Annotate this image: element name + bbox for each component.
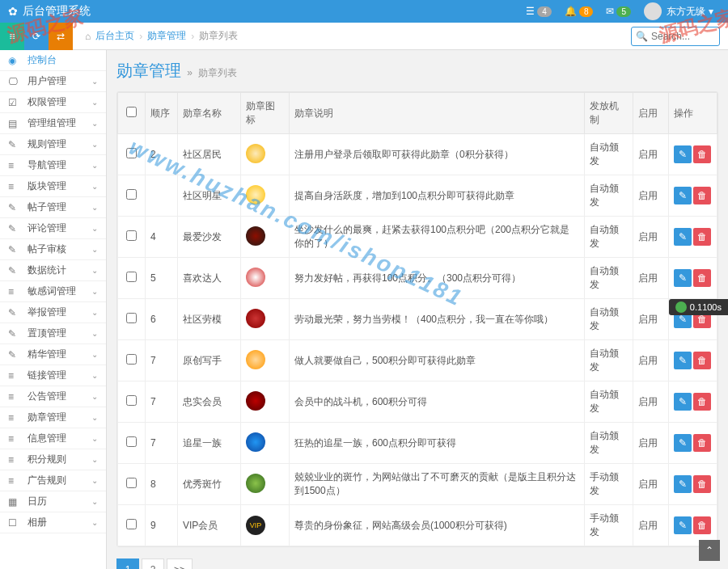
page-next-button[interactable]: >> <box>167 558 193 569</box>
sidebar-item-16[interactable]: ≡公告管理⌄ <box>0 386 106 407</box>
cell-enable: 启用 <box>633 134 669 175</box>
delete-button[interactable]: 🗑 <box>693 434 711 452</box>
edit-button[interactable]: ✎ <box>674 187 692 204</box>
sidebar-icon: ✎ <box>8 328 21 339</box>
sidebar-item-7[interactable]: ✎帖子管理⌄ <box>0 197 106 218</box>
delete-button[interactable]: 🗑 <box>693 269 711 287</box>
delete-button[interactable]: 🗑 <box>693 228 711 246</box>
sidebar-icon: ▤ <box>8 118 21 129</box>
cell-enable: 启用 <box>633 299 669 340</box>
cell-name: 追星一族 <box>178 423 241 464</box>
row-checkbox[interactable] <box>126 189 137 200</box>
page-1-button[interactable]: 1 <box>116 558 139 569</box>
row-checkbox[interactable] <box>126 272 137 282</box>
cell-desc: 注册用户登录后领取即可获得此勋章（0积分获得） <box>290 134 585 175</box>
delete-button[interactable]: 🗑 <box>693 393 711 411</box>
breadcrumb-mid[interactable]: 勋章管理 <box>147 29 186 43</box>
sidebar-item-5[interactable]: ≡导航管理⌄ <box>0 155 106 176</box>
avatar <box>644 2 662 20</box>
trash-icon: 🗑 <box>697 437 707 449</box>
edit-button[interactable]: ✎ <box>674 145 692 163</box>
row-checkbox[interactable] <box>126 230 137 241</box>
chevron-down-icon: ⌄ <box>91 308 98 317</box>
sidebar-item-20[interactable]: ≡广告规则⌄ <box>0 470 106 491</box>
cell-desc: 尊贵的身份象征，网站高级会员(1000积分可获得) <box>290 505 585 546</box>
sidebar-item-14[interactable]: ✎精华管理⌄ <box>0 344 106 365</box>
sidebar-item-3[interactable]: ▤管理组管理⌄ <box>0 113 106 134</box>
edit-button[interactable]: ✎ <box>674 228 692 246</box>
edit-button[interactable]: ✎ <box>674 516 692 534</box>
row-checkbox[interactable] <box>126 519 137 529</box>
sidebar-item-19[interactable]: ≡积分规则⌄ <box>0 449 106 470</box>
menu-toggle-button[interactable]: ≡ <box>0 23 24 50</box>
sidebar-item-6[interactable]: ≡版块管理⌄ <box>0 176 106 197</box>
notif-bell[interactable]: 🔔 8 <box>558 0 600 23</box>
sidebar-item-17[interactable]: ≡勋章管理⌄ <box>0 407 106 428</box>
sidebar-item-9[interactable]: ✎帖子审核⌄ <box>0 239 106 260</box>
badge-icon <box>246 226 265 246</box>
delete-button[interactable]: 🗑 <box>693 516 711 534</box>
sidebar-item-1[interactable]: 🖵用户管理⌄ <box>0 71 106 92</box>
trash-icon: 🗑 <box>697 520 707 531</box>
notif-list[interactable]: ☰ 4 <box>519 0 558 23</box>
chevron-down-icon: ⌄ <box>91 203 98 212</box>
list-icon: ☰ <box>526 6 535 17</box>
sidebar-item-4[interactable]: ✎规则管理⌄ <box>0 134 106 155</box>
breadcrumb: ⌂ 后台主页 › 勋章管理 › 勋章列表 <box>85 29 238 43</box>
cell-icon <box>241 217 290 258</box>
sidebar-item-21[interactable]: ▦日历⌄ <box>0 491 106 512</box>
sidebar-item-22[interactable]: ☐相册⌄ <box>0 512 106 533</box>
row-checkbox[interactable] <box>126 478 137 488</box>
breadcrumb-home[interactable]: 后台主页 <box>95 29 134 43</box>
edit-button[interactable]: ✎ <box>674 393 692 411</box>
bell-icon: 🔔 <box>565 6 577 17</box>
edit-icon: ✎ <box>679 396 687 407</box>
sidebar-item-18[interactable]: ≡信息管理⌄ <box>0 428 106 449</box>
sidebar-item-10[interactable]: ✎数据统计⌄ <box>0 260 106 281</box>
breadcrumb-sep: › <box>191 31 194 42</box>
sidebar-icon: ✎ <box>8 265 21 276</box>
chevron-down-icon: ⌄ <box>91 119 98 128</box>
edit-button[interactable]: ✎ <box>674 352 692 369</box>
delete-button[interactable]: 🗑 <box>693 352 711 369</box>
sidebar-item-13[interactable]: ✎置顶管理⌄ <box>0 323 106 344</box>
sidebar-item-15[interactable]: ≡链接管理⌄ <box>0 365 106 386</box>
sidebar-item-label: 信息管理 <box>28 432 91 445</box>
user-menu[interactable]: 东方无缘 ▾ <box>637 0 720 23</box>
row-checkbox[interactable] <box>126 395 137 406</box>
sidebar-icon: ✎ <box>8 244 21 255</box>
cell-order: 7 <box>146 423 178 464</box>
cell-name: 优秀斑竹 <box>178 464 241 505</box>
delete-button[interactable]: 🗑 <box>693 187 711 204</box>
notif-mail-count: 5 <box>616 6 631 17</box>
edit-button[interactable]: ✎ <box>674 475 692 493</box>
page-2-button[interactable]: 2 <box>142 558 164 569</box>
edit-button[interactable]: ✎ <box>674 269 692 287</box>
chevron-down-icon: ⌄ <box>91 329 98 338</box>
row-checkbox[interactable] <box>126 313 137 323</box>
chevron-down-icon: ⌄ <box>91 392 98 401</box>
row-checkbox[interactable] <box>126 354 137 365</box>
row-checkbox[interactable] <box>126 436 137 447</box>
delete-button[interactable]: 🗑 <box>693 475 711 493</box>
refresh-button[interactable]: ⟳ <box>24 23 49 50</box>
sidebar-item-11[interactable]: ≡敏感词管理⌄ <box>0 281 106 302</box>
sidebar-item-8[interactable]: ✎评论管理⌄ <box>0 218 106 239</box>
trash-icon: 🗑 <box>697 190 707 201</box>
sidebar-item-0[interactable]: ◉控制台 <box>0 50 106 71</box>
edit-button[interactable]: ✎ <box>674 434 692 452</box>
settings-button[interactable]: ⇄ <box>49 23 73 50</box>
sidebar-icon: ✎ <box>8 223 21 234</box>
sidebar-icon: ◉ <box>8 55 21 66</box>
back-to-top-button[interactable]: ⌃ <box>699 540 720 561</box>
select-all-checkbox[interactable] <box>126 107 137 117</box>
row-checkbox[interactable] <box>126 148 137 158</box>
cell-order: 9 <box>146 505 178 546</box>
sidebar-item-2[interactable]: ☑权限管理⌄ <box>0 92 106 113</box>
sidebar-item-12[interactable]: ✎举报管理⌄ <box>0 302 106 323</box>
badge-icon <box>246 350 265 369</box>
notif-mail[interactable]: ✉ 5 <box>599 0 637 23</box>
search-box: 🔍 <box>631 27 720 46</box>
delete-button[interactable]: 🗑 <box>693 145 711 163</box>
page-subtitle: 勋章列表 <box>198 67 237 78</box>
